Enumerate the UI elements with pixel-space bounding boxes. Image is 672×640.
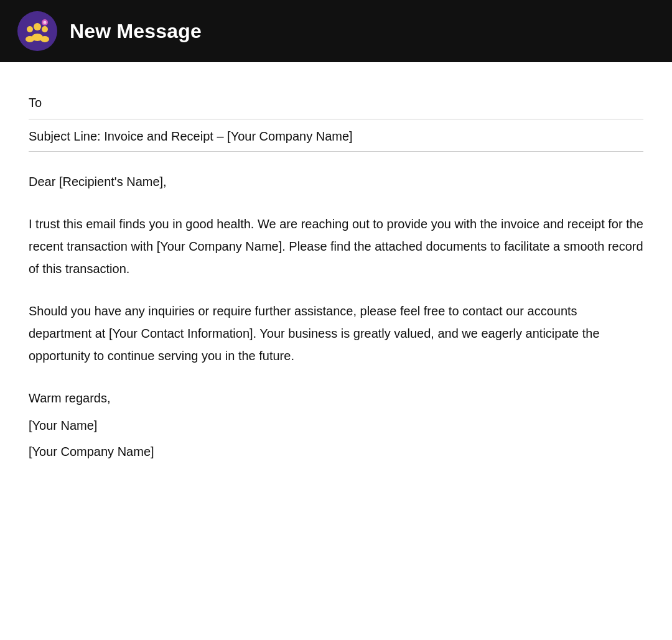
to-field-row: To [29, 87, 643, 119]
subject-value: Subject Line: Invoice and Receipt – [You… [29, 129, 353, 144]
email-sign-name: [Your Name] [29, 414, 643, 437]
svg-point-5 [40, 36, 49, 42]
to-label: To [29, 96, 66, 110]
app-logo-icon [17, 11, 57, 51]
email-content: Dear [Recipient's Name], I trust this em… [29, 170, 643, 463]
email-closing: Warm regards, [29, 387, 643, 409]
svg-point-0 [34, 23, 41, 30]
email-greeting: Dear [Recipient's Name], [29, 170, 643, 193]
subject-field-row: Subject Line: Invoice and Receipt – [You… [29, 122, 643, 152]
email-paragraph-1: I trust this email finds you in good hea… [29, 213, 643, 280]
email-sign-company: [Your Company Name] [29, 440, 643, 463]
svg-point-7 [44, 21, 47, 24]
app-header: New Message [0, 0, 672, 62]
to-input[interactable] [66, 95, 643, 111]
email-paragraph-2: Should you have any inquiries or require… [29, 300, 643, 367]
email-compose-area: To Subject Line: Invoice and Receipt – [… [0, 62, 672, 488]
svg-point-1 [27, 26, 33, 32]
page-title: New Message [70, 20, 202, 43]
svg-point-4 [26, 36, 34, 42]
svg-point-2 [42, 26, 48, 32]
